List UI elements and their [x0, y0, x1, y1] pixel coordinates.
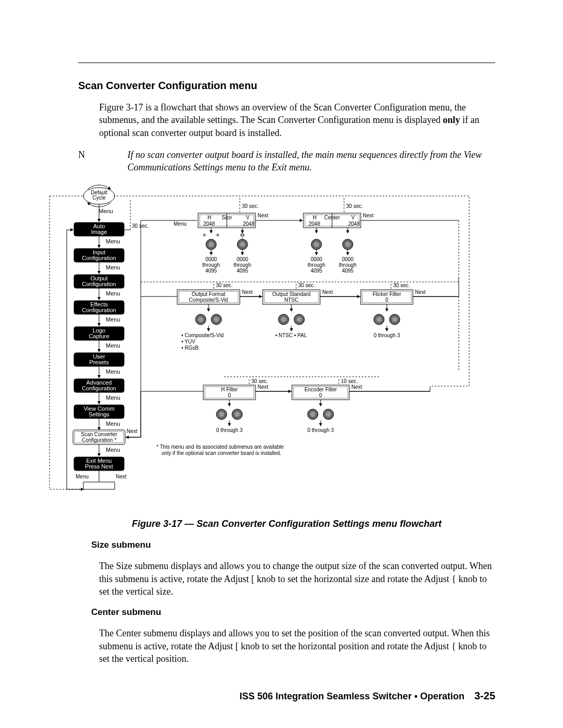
svg-text:Center: Center [324, 215, 340, 220]
svg-text:Next: Next [363, 213, 374, 218]
svg-text:0000: 0000 [237, 256, 249, 262]
svg-text:30 sec.: 30 sec. [298, 282, 315, 288]
center-body: The Center submenu displays and allows y… [99, 627, 495, 665]
section-heading: Scan Converter Configuration menu [78, 80, 495, 92]
svg-text:2048: 2048 [243, 221, 255, 227]
svg-text:H: H [207, 215, 211, 220]
svg-point-205 [326, 412, 331, 417]
svg-text:through: through [339, 262, 357, 268]
svg-text:30 sec.: 30 sec. [216, 282, 232, 288]
svg-text:Configuration: Configuration [82, 255, 116, 261]
svg-text:4095: 4095 [205, 268, 217, 274]
svg-text:NTSC: NTSC [284, 297, 298, 303]
svg-text:Next: Next [258, 213, 268, 218]
svg-text:Menu: Menu [106, 421, 120, 427]
svg-text:4095: 4095 [237, 268, 249, 274]
svg-text:0: 0 [319, 392, 322, 398]
intro-paragraph: Figure 3-17 is a flowchart that shows an… [99, 101, 495, 139]
svg-point-86 [240, 242, 245, 247]
svg-point-153 [281, 317, 286, 322]
svg-text:4095: 4095 [342, 268, 354, 274]
svg-point-112 [345, 242, 350, 247]
svg-text:0 through 3: 0 through 3 [374, 332, 400, 338]
svg-text:Composite/S-Vid: Composite/S-Vid [189, 297, 228, 303]
intro-text-a: Figure 3-17 is a flowchart that shows an… [99, 102, 466, 125]
svg-text:2048: 2048 [309, 221, 321, 227]
svg-text:Menu: Menu [174, 221, 187, 227]
note-row: N If no scan converter output board is i… [78, 149, 495, 174]
svg-text:*  This menu and its associate: * This menu and its associated submenus … [156, 444, 284, 450]
size-body: The Size submenu displays and allows you… [99, 560, 495, 598]
svg-text:H Filter: H Filter [221, 387, 238, 392]
note-text: If no scan converter output board is ins… [128, 149, 493, 174]
svg-text:Settings: Settings [89, 411, 109, 417]
center-subhead: Center submenu [91, 607, 495, 618]
svg-text:Size: Size [222, 215, 232, 220]
svg-point-110 [314, 242, 319, 247]
svg-text:2048: 2048 [348, 221, 360, 227]
flowchart-svg: Default Cycle Menu Auto Image Menu [47, 183, 474, 506]
svg-text:2048: 2048 [203, 221, 215, 227]
fc-main-col: Auto Image Menu 30 sec. Input Configurat… [67, 199, 149, 489]
svg-text:0000: 0000 [342, 256, 354, 262]
svg-text:Menu: Menu [106, 394, 120, 401]
fc-row1: H Size V 2048 2048 Menu Next 30 sec. [125, 198, 459, 437]
note-label: N [78, 149, 125, 161]
svg-text:Next: Next [258, 384, 268, 390]
svg-text:Press Next: Press Next [85, 463, 113, 470]
svg-text:10 sec.: 10 sec. [341, 378, 358, 384]
svg-text:Menu: Menu [106, 368, 120, 375]
svg-text:Next: Next [127, 428, 138, 434]
svg-text:• Composite/S-Vid: • Composite/S-Vid [181, 332, 224, 338]
svg-text:only if the optional scan conv: only if the optional scan converter boar… [162, 450, 282, 456]
svg-text:• NTSC   • PAL: • NTSC • PAL [275, 332, 307, 338]
svg-text:30 sec.: 30 sec. [242, 203, 259, 209]
svg-point-168 [376, 317, 382, 322]
svg-text:30 sec.: 30 sec. [346, 203, 363, 209]
svg-text:Menu: Menu [106, 447, 120, 453]
svg-text:Next: Next [322, 289, 333, 295]
page-footer: ISS 506 Integration Seamless Switcher • … [78, 690, 495, 702]
svg-text:Menu: Menu [76, 474, 89, 479]
svg-point-188 [219, 412, 224, 417]
svg-text:Image: Image [91, 229, 107, 235]
svg-text:Menu: Menu [106, 264, 120, 270]
svg-text:through: through [308, 262, 325, 268]
svg-text:Scan Converter: Scan Converter [81, 431, 117, 437]
svg-text:30 sec.: 30 sec. [132, 223, 149, 229]
page: Scan Converter Configuration menu Figure… [0, 0, 563, 728]
svg-text:Configuration *: Configuration * [82, 437, 116, 443]
svg-point-170 [392, 317, 397, 322]
svg-text:Menu: Menu [106, 316, 120, 323]
svg-text:Capture: Capture [89, 333, 109, 339]
svg-text:Output Standard: Output Standard [272, 291, 310, 297]
svg-text:through: through [234, 262, 251, 268]
svg-text:Configuration: Configuration [82, 385, 116, 391]
fc-row2: Output Format Composite/S-Vid Next 30 se… [141, 277, 459, 371]
svg-text:Configuration: Configuration [82, 281, 116, 287]
svg-text:Output Format: Output Format [192, 291, 226, 297]
svg-text:through: through [202, 262, 220, 268]
svg-text:Next: Next [242, 289, 253, 295]
svg-text:Next: Next [351, 384, 362, 390]
svg-text:Configuration: Configuration [82, 307, 116, 313]
footer-page: 3-25 [474, 690, 495, 701]
svg-text:Next: Next [415, 289, 426, 295]
svg-text:0: 0 [228, 392, 231, 398]
svg-text:0000: 0000 [205, 256, 217, 262]
figure: Default Cycle Menu Auto Image Menu [47, 183, 495, 508]
svg-text:0: 0 [385, 297, 388, 303]
svg-text:4095: 4095 [311, 268, 323, 274]
svg-text:H: H [313, 215, 316, 220]
fc-row3: H Filter 0 Next 30 sec. 0 through 3 Enco… [141, 377, 430, 437]
svg-text:Next: Next [116, 474, 127, 479]
svg-point-155 [297, 317, 302, 322]
size-subhead: Size submenu [91, 540, 495, 550]
top-rule [78, 63, 495, 63]
svg-text:0 through 3: 0 through 3 [216, 427, 243, 433]
svg-text:Menu: Menu [106, 290, 120, 297]
svg-text:V: V [246, 215, 250, 220]
footer-text: ISS 506 Integration Seamless Switcher • … [240, 691, 464, 701]
svg-point-136 [198, 317, 203, 322]
svg-text:30 sec.: 30 sec. [251, 378, 268, 384]
